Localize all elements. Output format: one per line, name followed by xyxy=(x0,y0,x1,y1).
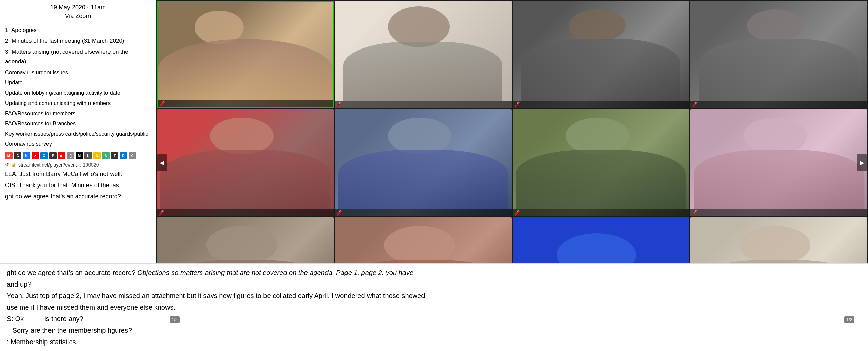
transcript-bottom-6: Sorry are their the membership figures? xyxy=(7,325,861,336)
url-text: streamtext.net/player?event=. xyxy=(18,162,81,168)
transcript-line-2: CIS: Thank you for that. Minutes of the … xyxy=(5,180,151,190)
nav-next-button[interactable]: ▶ xyxy=(857,154,867,171)
mute-icon-4: 🎤 xyxy=(692,102,698,107)
video-cell-4: 🎤 xyxy=(690,1,867,108)
transcript-line-3: ght do we agree that's an accurate recor… xyxy=(5,192,151,201)
agenda-sub-coronavirus: Coronavirus urgent issues xyxy=(5,68,151,77)
agenda-sub-communicating: Updating and communicating with members xyxy=(5,99,151,108)
name-bar-1: 🎤 xyxy=(158,100,333,107)
video-cell-8: 🎤 xyxy=(690,109,867,216)
agenda-item-2: 2. Minutes of the last meeting (31 March… xyxy=(5,36,151,46)
video-cell-5: 🎤 xyxy=(157,109,334,216)
agenda-sub-survey: Coronavirus survey xyxy=(5,139,151,149)
lock-icon: 🔒 xyxy=(11,162,16,167)
a-icon[interactable]: A xyxy=(102,152,110,159)
name-bar-6: 🎤 xyxy=(335,209,511,216)
page-indicator-right: 1/2 xyxy=(844,316,854,323)
transcript-bottom-3: Yeah. Just top of page 2, I may have mis… xyxy=(7,290,861,301)
c2-icon[interactable]: C xyxy=(129,152,136,159)
name-bar-5: 🎤 xyxy=(157,209,334,216)
agenda-sub-faq-branches: FAQ/Resources for Branches xyxy=(5,119,151,128)
agenda-sub-update: Update xyxy=(5,78,151,87)
n-icon[interactable]: N xyxy=(23,152,30,159)
transcript-bottom-1: ght do we agree that's an accurate recor… xyxy=(7,267,861,278)
p-icon[interactable]: P xyxy=(49,152,57,159)
reload-icon[interactable]: ↺ xyxy=(5,162,9,168)
x-icon[interactable]: X xyxy=(32,152,39,159)
transcript-area: LLA: Just from Barry McCall who's not we… xyxy=(5,169,151,201)
agenda-sub-lobbying: Update on lobbying/campaigning activity … xyxy=(5,88,151,97)
name-bar-4: 🎤 xyxy=(690,101,867,108)
mute-icon-2: 🎤 xyxy=(337,102,342,107)
l-icon[interactable]: L xyxy=(84,152,92,159)
meeting-header: 19 May 2020 · 11am Via Zoom xyxy=(5,3,151,20)
mute-icon-8: 🎤 xyxy=(692,210,698,215)
video-cell-2: 🎤 xyxy=(335,1,511,108)
m-icon[interactable]: M xyxy=(76,152,83,159)
name-bar-3: 🎤 xyxy=(513,101,689,108)
transcript-bottom-5: S: Ok is there any? xyxy=(7,313,861,325)
o-icon[interactable]: O xyxy=(40,152,48,159)
t-icon[interactable]: T xyxy=(111,152,118,159)
page-indicator-left: 1/2 xyxy=(170,316,180,323)
name-bar-2: 🎤 xyxy=(335,101,511,108)
transcript-bottom-7: : Membership statistics. xyxy=(7,336,861,348)
mute-icon-7: 🎤 xyxy=(515,210,520,215)
nav-prev-button[interactable]: ◀ xyxy=(157,154,167,171)
mute-icon-1: 🎤 xyxy=(160,101,165,106)
url-bar: ↺ 🔒 streamtext.net/player?event=. 190520 xyxy=(5,162,151,168)
agenda-item-1: 1. Apologies xyxy=(5,25,151,35)
video-cell-1: 🎤 xyxy=(157,1,334,108)
name-bar-7: 🎤 xyxy=(513,209,689,216)
transcript-bottom-2: and up? xyxy=(7,278,861,290)
d-icon[interactable]: D xyxy=(120,152,127,159)
paren-icon[interactable]: (| xyxy=(67,152,74,159)
agenda-sub-key-worker: Key worker issues/press cards/police/sec… xyxy=(5,129,151,138)
n2-icon[interactable]: N xyxy=(93,152,101,159)
mute-icon-6: 🎤 xyxy=(337,210,342,215)
event-number: 190520 xyxy=(83,162,99,168)
c-icon[interactable]: C xyxy=(14,152,21,159)
transcript-bottom-4: use me if I have missed them and everyon… xyxy=(7,301,861,313)
video-cell-6: 🎤 xyxy=(335,109,511,216)
gmail-icon[interactable]: M xyxy=(5,152,13,159)
transcript-line-1: LLA: Just from Barry McCall who's not we… xyxy=(5,169,151,179)
mute-icon-3: 🎤 xyxy=(515,102,520,107)
name-bar-8: 🎤 xyxy=(690,209,867,216)
mute-icon-5: 🎤 xyxy=(159,210,164,215)
bottom-transcript-panel: ght do we agree that's an accurate recor… xyxy=(0,263,868,351)
video-cell-7: 🎤 xyxy=(513,109,689,216)
video-cell-3: 🎤 xyxy=(513,1,689,108)
agenda-sub-faq-members: FAQ/Resources for members xyxy=(5,109,151,118)
meeting-platform: Via Zoom xyxy=(65,13,91,19)
meeting-date: 19 May 2020 · 11am xyxy=(50,4,106,11)
agenda-list: 1. Apologies 2. Minutes of the last meet… xyxy=(5,25,151,149)
browser-toolbar: M C N X O P ▶ (| M L N A T D C xyxy=(5,152,151,159)
youtube-icon[interactable]: ▶ xyxy=(58,152,65,159)
agenda-item-3: 3. Matters arising (not covered elsewher… xyxy=(5,47,151,67)
